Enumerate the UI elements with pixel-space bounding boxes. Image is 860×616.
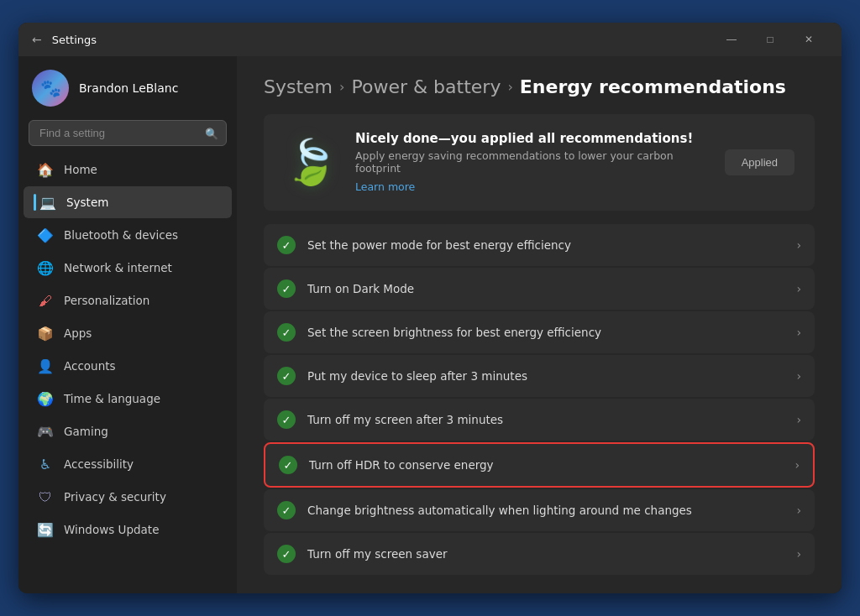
sidebar-item-personalization[interactable]: 🖌Personalization [24,285,232,316]
close-button[interactable]: ✕ [789,26,828,53]
check-icon-sleep: ✓ [277,367,296,385]
rec-item-power-mode[interactable]: ✓Set the power mode for best energy effi… [264,224,815,266]
sidebar-item-label-update: Windows Update [64,523,159,536]
rec-item-sleep[interactable]: ✓Put my device to sleep after 3 minutes› [264,355,815,397]
check-icon-screen-off: ✓ [277,410,296,429]
rec-label-screen-off: Turn off my screen after 3 minutes [307,413,784,426]
time-icon: 🌍 [37,390,54,407]
rec-label-screensaver: Turn off my screen saver [307,547,784,561]
back-button[interactable]: ← [32,33,42,46]
leaf-icon: 🍃 [284,137,338,188]
title-bar: ← Settings — □ ✕ [18,23,842,56]
search-input[interactable] [29,120,227,146]
sidebar-item-label-gaming: Gaming [64,425,108,438]
rec-item-dark-mode[interactable]: ✓Turn on Dark Mode› [264,268,815,310]
check-icon-screen-brightness: ✓ [277,323,296,342]
check-icon-dark-mode: ✓ [277,279,296,298]
chevron-icon-hdr: › [794,458,800,472]
rec-item-screen-brightness[interactable]: ✓Set the screen brightness for best ener… [264,311,815,353]
chevron-icon-screensaver: › [796,547,801,561]
rec-label-screen-brightness: Set the screen brightness for best energ… [307,326,784,339]
sidebar-item-label-time: Time & language [64,392,160,405]
maximize-button[interactable]: □ [751,26,789,53]
applied-button[interactable]: Applied [725,149,794,175]
hero-title: Nicely done—you applied all recommendati… [355,131,708,146]
main-content: System › Power & battery › Energy recomm… [237,56,842,593]
sidebar-item-network[interactable]: 🌐Network & internet [24,252,232,284]
update-icon: 🔄 [37,521,54,538]
window-title: Settings [52,34,712,46]
sidebar-item-bluetooth[interactable]: 🔷Bluetooth & devices [24,219,232,251]
sidebar-item-label-accessibility: Accessibility [64,457,134,471]
chevron-icon-dark-mode: › [796,282,801,295]
minimize-button[interactable]: — [712,26,751,53]
chevron-icon-screen-off: › [796,413,801,426]
gaming-icon: 🎮 [37,423,54,440]
chevron-icon-screen-brightness: › [796,326,801,339]
sidebar-item-accessibility[interactable]: ♿Accessibility [24,448,232,480]
rec-label-sleep: Put my device to sleep after 3 minutes [307,369,784,383]
accounts-icon: 👤 [37,358,54,374]
user-section: 🐾 Brandon LeBlanc [18,56,237,117]
content-area: 🐾 Brandon LeBlanc 🔍 🏠Home💻System🔷Bluetoo… [18,56,842,593]
rec-item-screensaver[interactable]: ✓Turn off my screen saver› [264,533,815,575]
apps-icon: 📦 [37,325,54,342]
sidebar-item-label-bluetooth: Bluetooth & devices [64,228,178,242]
hero-card: 🍃 Nicely done—you applied all recommenda… [264,114,815,211]
rec-item-screen-off[interactable]: ✓Turn off my screen after 3 minutes› [264,399,815,441]
breadcrumb-current: Energy recommendations [520,76,786,97]
system-icon: 💻 [39,194,56,211]
sidebar-item-accounts[interactable]: 👤Accounts [24,350,232,382]
rec-label-hdr: Turn off HDR to conserve energy [309,458,783,472]
chevron-icon-auto-brightness: › [796,504,801,517]
sidebar-item-home[interactable]: 🏠Home [24,154,232,185]
bluetooth-icon: 🔷 [37,227,54,243]
sidebar-item-label-apps: Apps [64,326,92,340]
search-icon: 🔍 [205,127,218,139]
window-controls: — □ ✕ [712,26,828,53]
sidebar: 🐾 Brandon LeBlanc 🔍 🏠Home💻System🔷Bluetoo… [18,56,237,593]
sidebar-item-privacy[interactable]: 🛡Privacy & security [24,481,232,513]
recommendations-list: ✓Set the power mode for best energy effi… [264,224,815,575]
network-icon: 🌐 [37,259,54,276]
hero-text: Nicely done—you applied all recommendati… [355,131,708,194]
sidebar-item-label-home: Home [64,163,97,176]
search-box: 🔍 [29,120,227,146]
breadcrumb-system: System [264,76,333,97]
active-indicator [34,194,36,211]
breadcrumb-sep-1: › [339,79,344,95]
sidebar-item-label-privacy: Privacy & security [64,490,166,504]
sidebar-item-time[interactable]: 🌍Time & language [24,383,232,415]
rec-item-auto-brightness[interactable]: ✓Change brightness automatically when li… [264,489,815,531]
home-icon: 🏠 [37,161,54,178]
breadcrumb: System › Power & battery › Energy recomm… [264,76,815,97]
accessibility-icon: ♿ [37,456,54,472]
check-icon-screensaver: ✓ [277,545,296,563]
rec-label-power-mode: Set the power mode for best energy effic… [307,238,784,252]
sidebar-item-gaming[interactable]: 🎮Gaming [24,415,232,447]
breadcrumb-power: Power & battery [351,76,501,97]
sidebar-item-label-personalization: Personalization [64,294,149,307]
check-icon-auto-brightness: ✓ [277,501,296,519]
sidebar-item-label-system: System [66,196,108,209]
sidebar-item-apps[interactable]: 📦Apps [24,317,232,349]
rec-label-auto-brightness: Change brightness automatically when lig… [307,504,784,517]
avatar: 🐾 [32,70,69,107]
learn-more-link[interactable]: Learn more [355,180,415,193]
chevron-icon-sleep: › [796,369,801,383]
rec-item-hdr[interactable]: ✓Turn off HDR to conserve energy› [264,442,815,488]
sidebar-item-label-network: Network & internet [64,261,172,274]
nav-list: 🏠Home💻System🔷Bluetooth & devices🌐Network… [18,153,237,546]
sidebar-item-system[interactable]: 💻System [24,186,232,218]
check-icon-hdr: ✓ [279,456,297,474]
sidebar-item-label-accounts: Accounts [64,359,116,373]
hero-description: Apply energy saving recommendations to l… [355,149,708,175]
privacy-icon: 🛡 [37,488,54,505]
personalization-icon: 🖌 [37,292,54,309]
user-name: Brandon LeBlanc [79,81,178,95]
sidebar-item-update[interactable]: 🔄Windows Update [24,514,232,546]
check-icon-power-mode: ✓ [277,236,296,254]
breadcrumb-sep-2: › [507,79,512,95]
rec-label-dark-mode: Turn on Dark Mode [307,282,784,295]
settings-window: ← Settings — □ ✕ 🐾 Brandon LeBlanc 🔍 🏠Ho… [18,23,842,593]
